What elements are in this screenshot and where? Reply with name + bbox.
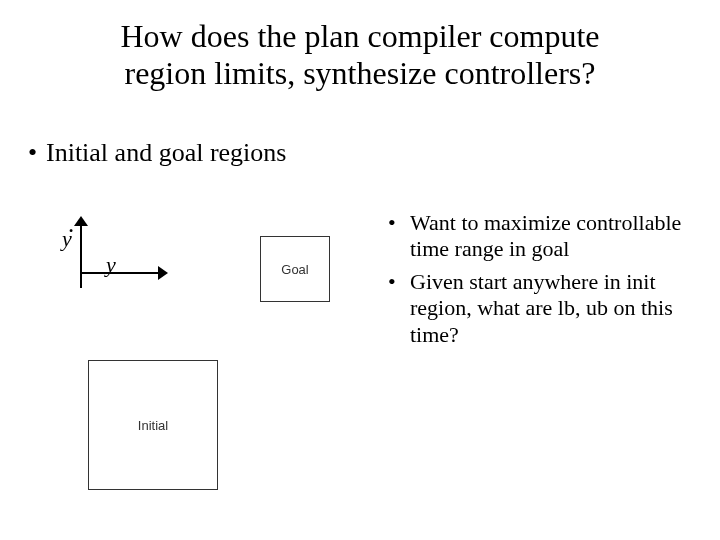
diagram-area: y • y Goal Initial — [50, 200, 380, 520]
goal-region-box: Goal — [260, 236, 330, 302]
title-line-2: region limits, synthesize controllers? — [125, 55, 596, 91]
slide: How does the plan compiler compute regio… — [0, 0, 720, 540]
bullet-dot-icon: • — [388, 210, 410, 263]
sub-bullet-list: • Want to maximize controllable time ran… — [388, 210, 698, 354]
slide-title: How does the plan compiler compute regio… — [0, 18, 720, 92]
y-axis-dot: • — [69, 224, 73, 239]
arrow-up-icon — [74, 216, 88, 226]
arrow-right-icon — [158, 266, 168, 280]
list-item: • Given start anywhere in init region, w… — [388, 269, 698, 348]
title-line-1: How does the plan compiler compute — [121, 18, 600, 54]
main-bullet-text: Initial and goal regions — [46, 138, 286, 167]
x-axis-label: y — [106, 252, 116, 278]
sub-bullet-text: Given start anywhere in init region, wha… — [410, 269, 698, 348]
axes: y • y — [60, 220, 160, 300]
bullet-dot-icon: • — [28, 138, 46, 168]
initial-region-box: Initial — [88, 360, 218, 490]
goal-label: Goal — [281, 262, 308, 277]
x-axis-line — [80, 272, 160, 274]
y-axis-line — [80, 220, 82, 288]
bullet-dot-icon: • — [388, 269, 410, 348]
sub-bullet-text: Want to maximize controllable time range… — [410, 210, 698, 263]
list-item: • Want to maximize controllable time ran… — [388, 210, 698, 263]
main-bullet: •Initial and goal regions — [28, 138, 286, 168]
initial-label: Initial — [138, 418, 168, 433]
